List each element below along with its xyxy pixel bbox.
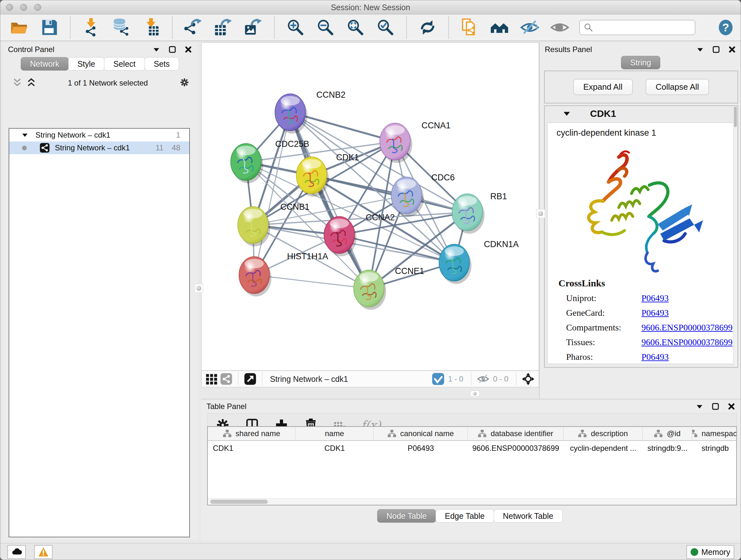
column-header-namespace[interactable]: namespace bbox=[692, 427, 737, 440]
window-minimize-button[interactable] bbox=[20, 4, 27, 11]
warnings-button[interactable] bbox=[34, 545, 53, 559]
import-table-from-file-button[interactable] bbox=[141, 17, 162, 38]
open-session-button[interactable] bbox=[9, 17, 30, 38]
crosslink-link[interactable]: 9606.ENSP00000378699 bbox=[642, 337, 732, 348]
refresh-layout-button[interactable] bbox=[417, 17, 438, 38]
birds-eye-view-button[interactable] bbox=[521, 372, 536, 386]
import-network-from-file-button[interactable] bbox=[81, 17, 102, 38]
results-scrollbar-thumb[interactable] bbox=[734, 107, 737, 127]
crosslink-link[interactable]: 9606.ENSP00000378699 bbox=[642, 322, 732, 333]
hide-selected-button[interactable] bbox=[519, 17, 540, 38]
table-panel-float-button[interactable] bbox=[711, 402, 720, 411]
network-table-splitter[interactable] bbox=[201, 387, 539, 399]
zoom-out-button[interactable] bbox=[315, 17, 336, 38]
table-panel-close-button[interactable] bbox=[727, 402, 736, 411]
node-CCNA1[interactable] bbox=[380, 123, 412, 163]
collapse-all-tree-button[interactable] bbox=[12, 78, 22, 88]
column-header-id[interactable]: @id bbox=[643, 427, 692, 440]
table-cell[interactable]: CDK1 bbox=[208, 441, 295, 455]
results-panel-float-button[interactable] bbox=[712, 45, 720, 54]
node-CCNE1[interactable] bbox=[354, 270, 386, 310]
collapse-all-button[interactable]: Collapse All bbox=[646, 79, 710, 95]
control-panel-collapse-button[interactable] bbox=[152, 45, 160, 54]
edge-CCNB2-CCNE1[interactable] bbox=[290, 112, 369, 289]
crosslink-link[interactable]: P06493 bbox=[642, 352, 669, 362]
node-RB1[interactable] bbox=[452, 194, 485, 234]
network-row-selected[interactable]: String Network – cdk1 11 48 bbox=[9, 141, 189, 154]
show-all-button[interactable] bbox=[549, 17, 570, 38]
control-panel-close-button[interactable] bbox=[184, 45, 192, 54]
export-image-button[interactable] bbox=[243, 17, 264, 38]
new-network-from-selection-button[interactable] bbox=[459, 17, 480, 38]
memory-button[interactable]: Memory bbox=[686, 545, 734, 559]
table-cell[interactable]: P06493 bbox=[374, 441, 468, 455]
network-collection-row[interactable]: String Network – cdk1 1 bbox=[9, 129, 189, 141]
node-label-CDC25B: CDC25B bbox=[275, 139, 309, 149]
table-cell[interactable]: stringdb bbox=[692, 441, 737, 455]
first-neighbors-button[interactable] bbox=[489, 17, 510, 38]
export-network-button[interactable] bbox=[183, 17, 204, 38]
column-header-description[interactable]: description bbox=[563, 427, 643, 440]
tab-sets[interactable]: Sets bbox=[145, 57, 179, 71]
crosslink-link[interactable]: P06493 bbox=[642, 293, 669, 303]
hidden-elements-icon[interactable] bbox=[476, 372, 490, 386]
node-HIST1H1A[interactable] bbox=[239, 257, 272, 297]
node-CDC6[interactable] bbox=[391, 177, 424, 217]
table-cell[interactable]: cyclin-dependent ... bbox=[563, 441, 643, 455]
tab-network[interactable]: Network bbox=[21, 57, 69, 71]
tab-edge-table[interactable]: Edge Table bbox=[435, 509, 494, 523]
control-panel-float-button[interactable] bbox=[168, 45, 177, 54]
column-header-name[interactable]: name bbox=[295, 427, 374, 440]
crosslink-link[interactable]: P06493 bbox=[642, 308, 669, 318]
table-row[interactable]: CDK1CDK1P064939606.ENSP00000378699cyclin… bbox=[208, 441, 736, 455]
import-network-from-database-button[interactable] bbox=[111, 17, 132, 38]
window-close-button[interactable] bbox=[6, 4, 13, 11]
node-CCNB2[interactable] bbox=[275, 94, 308, 134]
node-CCNA2[interactable] bbox=[324, 216, 356, 256]
tab-string[interactable]: String bbox=[621, 56, 660, 69]
cloud-status-button[interactable] bbox=[7, 545, 26, 559]
right-splitter-handle[interactable] bbox=[536, 209, 545, 218]
node-CCNB1[interactable] bbox=[238, 206, 270, 246]
open-in-new-window-button[interactable] bbox=[243, 372, 258, 386]
edge-HIST1H1A-CCNE1[interactable] bbox=[254, 275, 369, 289]
export-table-button[interactable] bbox=[213, 17, 234, 38]
search-box[interactable] bbox=[579, 20, 695, 35]
tab-style[interactable]: Style bbox=[68, 57, 105, 71]
edge-CCNB2-HIST1H1A[interactable] bbox=[254, 112, 290, 275]
node-CDKN1A[interactable] bbox=[439, 244, 472, 284]
table-cell[interactable]: 9606.ENSP00000378699 bbox=[468, 441, 563, 455]
window-zoom-button[interactable] bbox=[34, 4, 41, 11]
expand-all-tree-button[interactable] bbox=[26, 78, 36, 88]
table-panel-collapse-button[interactable] bbox=[695, 402, 704, 411]
results-panel-collapse-button[interactable] bbox=[696, 45, 704, 54]
cloud-icon bbox=[11, 547, 22, 557]
table-hscrollbar-thumb[interactable] bbox=[210, 500, 268, 504]
network-share-view-button[interactable] bbox=[219, 372, 233, 386]
zoom-fit-content-button[interactable] bbox=[345, 17, 366, 38]
help-button[interactable]: ? bbox=[715, 17, 736, 38]
column-header-database-identifier[interactable]: database identifier bbox=[468, 427, 563, 440]
zoom-in-button[interactable] bbox=[285, 17, 306, 38]
bottom-splitter-handle[interactable] bbox=[470, 390, 480, 397]
network-canvas[interactable]: CCNB2CCNA1CDC25BCDK1CDC6RB1CCNB1CCNA2CDK… bbox=[201, 43, 539, 371]
left-splitter-handle[interactable] bbox=[194, 284, 203, 293]
node-CDC25B[interactable] bbox=[231, 143, 263, 183]
tab-node-table[interactable]: Node Table bbox=[377, 509, 436, 523]
column-header-canonical-name[interactable]: canonical name bbox=[374, 427, 468, 440]
table-cell[interactable]: stringdb:9... bbox=[643, 441, 692, 455]
network-options-button[interactable] bbox=[180, 78, 189, 88]
selected-checkbox-icon[interactable] bbox=[431, 372, 446, 386]
tab-select[interactable]: Select bbox=[104, 57, 145, 71]
tab-network-table[interactable]: Network Table bbox=[494, 509, 562, 523]
table-cell[interactable]: CDK1 bbox=[295, 441, 374, 455]
column-header-shared-name[interactable]: shared name bbox=[208, 427, 295, 440]
cdk1-section-header[interactable]: CDK1 bbox=[545, 106, 738, 121]
search-input[interactable] bbox=[596, 21, 695, 34]
expand-all-button[interactable]: Expand All bbox=[573, 79, 633, 95]
results-panel-close-button[interactable] bbox=[728, 45, 736, 54]
save-session-button[interactable] bbox=[39, 17, 60, 38]
zoom-selected-region-button[interactable] bbox=[375, 17, 396, 38]
node-CDK1[interactable] bbox=[296, 157, 329, 197]
grid-view-button[interactable] bbox=[204, 372, 219, 386]
